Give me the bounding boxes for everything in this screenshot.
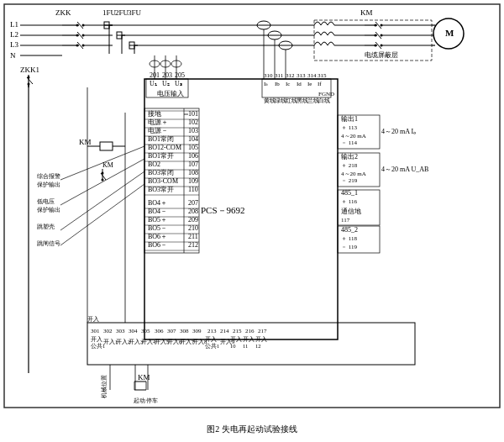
term-103: 103 — [188, 127, 198, 134]
comm-gnd-term: 117 — [341, 217, 350, 224]
bo2-label: BO2 — [148, 160, 160, 168]
term-210: 210 — [188, 224, 198, 232]
svg-point-57 — [28, 76, 30, 79]
term-304: 304 — [129, 328, 138, 334]
km-left-label: KM — [79, 138, 92, 146]
output1-unit: 4～20 mA Iₐ — [381, 128, 416, 135]
rs485-2-plus: ＋ 118 — [341, 235, 357, 242]
color-yellow: 黄线 — [264, 97, 276, 104]
term-309: 309 — [192, 328, 202, 334]
term-id: Id — [297, 81, 302, 87]
circuit-diagram: L1 L2 L3 N ZKK 1FU 2FU 3FU — [3, 3, 501, 412]
pcs-label: PCS－9692 — [201, 205, 245, 215]
term-307: 307 — [167, 328, 176, 334]
svg-point-11 — [76, 24, 79, 27]
rs485-2-label: 485_2 — [341, 226, 358, 234]
term-ic: Ic — [286, 81, 290, 87]
term-107: 107 — [188, 160, 198, 168]
term-109: 109 — [188, 177, 198, 185]
output2-range: 4～20 mA — [341, 171, 366, 177]
main-container: L1 L2 L3 N ZKK 1FU 2FU 3FU — [0, 0, 504, 442]
bottom-301-lbl: 开入 — [91, 336, 102, 343]
bo1-nc-label: BO1常闭 — [148, 135, 174, 143]
mech-pos-label: 机械位置 — [101, 375, 108, 398]
term-u1: U₁ — [150, 80, 157, 87]
bo4-minus-label: BO4－ — [148, 208, 167, 215]
figure-number: 图2 失电再起动试验接线 — [207, 424, 297, 434]
term-106: 106 — [188, 152, 198, 160]
zkk1-label: ZKK1 — [20, 66, 39, 74]
output1-sig: － 114 — [341, 139, 357, 146]
fuse-3fu: 3FU — [128, 8, 142, 17]
term-u3: U₃ — [175, 80, 182, 87]
bottom-header: 开入 — [87, 316, 99, 323]
bo5-minus-label: BO5－ — [148, 224, 167, 232]
term-312: 312 — [286, 72, 295, 79]
term-ia: Iₐ — [264, 81, 268, 87]
color-black: 黑线 — [297, 97, 308, 104]
term-108: 108 — [188, 169, 198, 176]
color-blue: 兰线 — [307, 97, 319, 104]
term-102: 102 — [188, 118, 198, 126]
bo4-plus-label: BO4＋ — [148, 199, 167, 207]
term-301: 301 — [91, 328, 100, 334]
svg-point-75 — [102, 179, 104, 182]
pwr-plus-label: 电源＋ — [148, 118, 168, 126]
start-label: 起动 — [134, 397, 145, 404]
bottom-215-lbl2: 10 — [230, 343, 236, 349]
term-308: 308 — [180, 328, 189, 334]
rs485-2-minus: － 119 — [341, 244, 357, 250]
color-white: 白线 — [318, 97, 330, 104]
term-209: 209 — [188, 216, 198, 224]
zkk-label: ZKK — [55, 8, 71, 17]
svg-point-42 — [375, 34, 377, 37]
output2-plus: ＋ 218 — [341, 162, 358, 169]
pwr-minus-label: 电源－ — [148, 127, 168, 134]
bo1-no-label: BO1常开 — [148, 152, 174, 160]
term-105: 105 — [188, 144, 198, 151]
term-314: 314 — [307, 72, 317, 79]
figure-caption: 图2 失电再起动试验接线 — [0, 424, 504, 435]
svg-point-41 — [375, 24, 377, 27]
km-top-label: KM — [360, 8, 373, 17]
n-label: N — [10, 51, 16, 60]
svg-point-13 — [76, 45, 79, 47]
term-213: 213 — [207, 328, 217, 334]
svg-point-12 — [76, 34, 79, 37]
bottom-217-lbl2: 12 — [255, 343, 261, 349]
term-u2: U₂ — [162, 80, 170, 87]
term-104: 104 — [188, 135, 198, 143]
term-313: 313 — [297, 72, 306, 79]
term-207: 207 — [188, 199, 198, 207]
bo6-plus-label: BO6＋ — [148, 233, 167, 240]
term-216: 216 — [245, 328, 255, 334]
trip-signal-label: 跳闸信号 — [37, 240, 60, 247]
term-305: 305 — [141, 328, 150, 334]
svg-point-43 — [375, 45, 377, 47]
term-315: 315 — [318, 72, 327, 79]
protection-label: 保护输出 — [37, 182, 60, 188]
l3-label: L3 — [10, 40, 18, 49]
svg-point-74 — [102, 172, 104, 175]
low-voltage-label: 低电压 — [37, 198, 55, 205]
term-ib: Ib — [275, 81, 280, 87]
bottom-217-lbl1: 开入 — [255, 336, 267, 343]
term-215: 215 — [233, 328, 242, 334]
low-voltage-output: 保护输出 — [37, 207, 60, 213]
voltage-input-label: 电压输入 — [157, 90, 184, 97]
cable-shield-label: 电缆屏蔽层 — [365, 51, 398, 59]
l1-label: L1 — [10, 20, 18, 29]
bottom-216-lbl1: 开入 — [243, 336, 255, 343]
output2-minus: － 219 — [341, 177, 358, 184]
bottom-216-lbl2: 11 — [243, 343, 248, 349]
km-bottom-label: KM — [138, 373, 150, 381]
output1-minus: 4～20 mA — [341, 133, 366, 139]
output2-unit: 4～20 mA U_AB — [381, 166, 428, 173]
fgnd-label: FGND — [318, 91, 334, 97]
bottom-213-lbl: 开入 — [205, 336, 217, 343]
term-303: 303 — [116, 328, 125, 334]
color-green: 绿线 — [275, 97, 286, 104]
term-if: If — [318, 81, 322, 87]
rs485-1-label: 485_1 — [341, 189, 358, 197]
term-306: 306 — [155, 328, 164, 334]
